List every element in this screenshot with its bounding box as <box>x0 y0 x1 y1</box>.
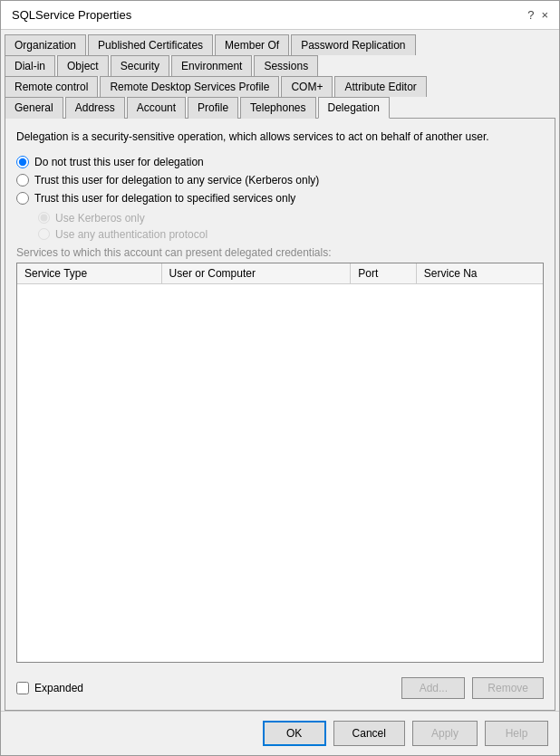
tab-dial-in[interactable]: Dial-in <box>5 55 55 76</box>
col-service-name: Service Na <box>416 263 543 284</box>
col-user-computer: User or Computer <box>161 263 351 284</box>
title-bar: SQLService Properties ? × <box>1 1 559 30</box>
tab-telephones[interactable]: Telephones <box>240 97 315 119</box>
col-port: Port <box>351 263 416 284</box>
help-icon[interactable]: ? <box>527 8 534 22</box>
tab-address[interactable]: Address <box>65 97 125 119</box>
expanded-row: Expanded <box>16 682 83 694</box>
col-service-type: Service Type <box>17 263 161 284</box>
tab-general[interactable]: General <box>5 97 63 119</box>
radio-no-trust-input[interactable] <box>16 156 29 168</box>
tab-content: Delegation is a security-sensitive opera… <box>5 118 555 711</box>
tab-row-2: Dial-in Object Security Environment Sess… <box>5 54 555 75</box>
delegation-description: Delegation is a security-sensitive opera… <box>16 129 544 145</box>
dialog-footer: OK Cancel Apply Help <box>1 711 559 755</box>
tab-password-replication[interactable]: Password Replication <box>291 34 415 55</box>
tab-security[interactable]: Security <box>111 55 169 76</box>
tab-com[interactable]: COM+ <box>281 76 333 97</box>
tab-area: Organization Published Certificates Memb… <box>1 30 559 118</box>
close-icon[interactable]: × <box>541 8 548 22</box>
tab-profile[interactable]: Profile <box>188 97 238 119</box>
tab-account[interactable]: Account <box>127 97 186 119</box>
table-buttons: Add... Remove <box>401 677 544 699</box>
apply-button[interactable]: Apply <box>412 721 478 746</box>
tab-row-1: Organization Published Certificates Memb… <box>5 33 555 54</box>
add-button[interactable]: Add... <box>401 677 465 699</box>
tab-row-3: Remote control Remote Desktop Services P… <box>5 75 555 96</box>
radio-trust-specified-input[interactable] <box>16 192 29 205</box>
title-controls: ? × <box>527 8 548 22</box>
sub-radio-kerberos-input <box>38 212 50 224</box>
sub-radio-kerberos: Use Kerberos only <box>38 212 544 225</box>
dialog-window: SQLService Properties ? × Organization P… <box>0 0 560 756</box>
tab-delegation[interactable]: Delegation <box>318 97 390 119</box>
sub-radio-any-auth: Use any authentication protocol <box>38 228 544 241</box>
radio-trust-specified[interactable]: Trust this user for delegation to specif… <box>16 192 544 205</box>
sub-radio-kerberos-label: Use Kerberos only <box>55 212 145 225</box>
sub-radio-any-auth-input <box>38 228 50 240</box>
tab-member-of[interactable]: Member Of <box>215 34 289 55</box>
tab-attribute-editor[interactable]: Attribute Editor <box>334 76 426 97</box>
cancel-button[interactable]: Cancel <box>333 721 405 746</box>
sub-radio-any-auth-label: Use any authentication protocol <box>55 228 208 241</box>
radio-trust-any[interactable]: Trust this user for delegation to any se… <box>16 174 544 187</box>
tab-organization[interactable]: Organization <box>5 34 86 55</box>
delegation-radio-group: Do not trust this user for delegation Tr… <box>16 156 544 205</box>
tab-sessions[interactable]: Sessions <box>254 55 318 76</box>
tab-remote-control[interactable]: Remote control <box>5 76 98 97</box>
radio-trust-any-label: Trust this user for delegation to any se… <box>34 174 319 187</box>
ok-button[interactable]: OK <box>263 721 326 746</box>
tab-row-4: General Address Account Profile Telephon… <box>5 96 555 118</box>
tab-object[interactable]: Object <box>57 55 109 76</box>
dialog-title: SQLService Properties <box>12 8 131 22</box>
radio-no-trust-label: Do not trust this user for delegation <box>34 156 204 168</box>
remove-button[interactable]: Remove <box>472 677 544 699</box>
radio-no-trust[interactable]: Do not trust this user for delegation <box>16 156 544 168</box>
sub-radio-group: Use Kerberos only Use any authentication… <box>38 212 544 241</box>
radio-trust-specified-label: Trust this user for delegation to specif… <box>34 192 295 205</box>
help-button[interactable]: Help <box>485 721 548 746</box>
radio-trust-any-input[interactable] <box>16 174 29 187</box>
services-table: Service Type User or Computer Port Servi… <box>17 263 543 284</box>
services-label: Services to which this account can prese… <box>16 246 544 259</box>
services-table-container: Service Type User or Computer Port Servi… <box>16 263 544 663</box>
tab-published-certs[interactable]: Published Certificates <box>88 34 213 55</box>
expanded-checkbox[interactable] <box>16 682 29 694</box>
tab-environment[interactable]: Environment <box>171 55 252 76</box>
expanded-label: Expanded <box>34 682 83 694</box>
tab-rdp-profile[interactable]: Remote Desktop Services Profile <box>100 76 279 97</box>
